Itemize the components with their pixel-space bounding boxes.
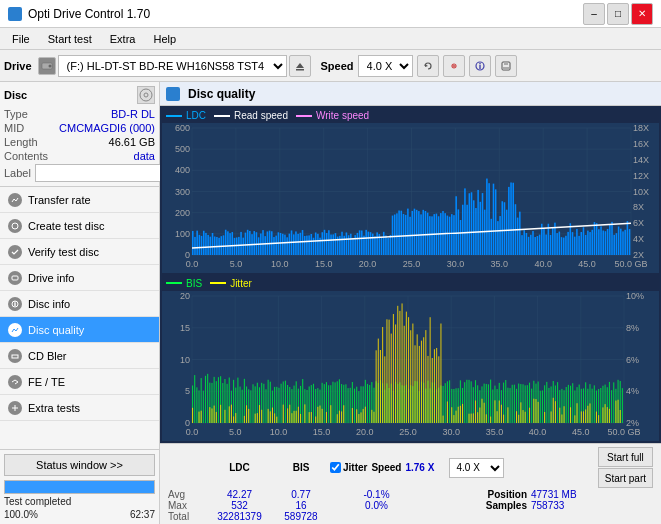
svg-rect-8: [479, 65, 480, 69]
app-title: Opti Drive Control 1.70: [28, 7, 150, 21]
refresh-button[interactable]: [417, 55, 439, 77]
jitter-checkbox[interactable]: [330, 462, 341, 473]
jitter-checkbox-row: Jitter: [330, 462, 367, 473]
svg-point-13: [140, 89, 152, 101]
menu-help[interactable]: Help: [145, 31, 184, 47]
disc-icon: [137, 86, 155, 104]
avg-jitter: -0.1%: [344, 489, 409, 500]
length-value: 46.61 GB: [109, 136, 155, 148]
stats-speed-header: Speed: [371, 462, 401, 473]
svg-point-14: [144, 93, 148, 97]
menu-extra[interactable]: Extra: [102, 31, 144, 47]
total-ldc: 32281379: [207, 511, 272, 522]
minimize-button[interactable]: –: [583, 3, 605, 25]
close-button[interactable]: ✕: [631, 3, 653, 25]
nav-disc-info-label: Disc info: [28, 298, 70, 310]
eject-button[interactable]: [289, 55, 311, 77]
stats-speed-dropdown[interactable]: 4.0 X: [449, 458, 504, 478]
maximize-button[interactable]: □: [607, 3, 629, 25]
svg-point-6: [453, 65, 455, 67]
nav-verify-test-disc-label: Verify test disc: [28, 246, 99, 258]
max-position-val: 47731 MB: [531, 489, 577, 500]
total-label: Total: [168, 511, 203, 522]
label-label: Label: [4, 167, 31, 179]
drive-icon: [38, 57, 56, 75]
nav-fe-te-label: FE / TE: [28, 376, 65, 388]
app-icon: [8, 7, 22, 21]
max-ldc: 532: [207, 500, 272, 511]
svg-marker-4: [425, 64, 428, 67]
menu-bar: File Start test Extra Help: [0, 28, 661, 50]
disc-info-icon: [8, 297, 22, 311]
samples-label: Samples: [467, 500, 527, 511]
stats-speed-value: 1.76 X: [405, 462, 445, 473]
title-bar: Opti Drive Control 1.70 – □ ✕: [0, 0, 661, 28]
max-jitter: 0.0%: [344, 500, 409, 511]
nav-drive-info[interactable]: Drive info: [0, 265, 159, 291]
type-value: BD-R DL: [111, 108, 155, 120]
nav-extra-tests-label: Extra tests: [28, 402, 80, 414]
svg-point-1: [48, 64, 51, 67]
legend-read-speed: Read speed: [214, 110, 288, 121]
svg-rect-20: [12, 355, 18, 358]
charts-area: LDC Read speed Write speed: [160, 106, 661, 443]
length-label: Length: [4, 136, 38, 148]
top-chart-wrapper: LDC Read speed Write speed: [162, 108, 659, 274]
stats-jitter-header: Jitter: [343, 462, 367, 473]
progress-time: 62:37: [130, 509, 155, 520]
progress-percentage: 100.0%: [4, 509, 38, 520]
start-part-button[interactable]: Start part: [598, 468, 653, 488]
legend-jitter-label: Jitter: [230, 278, 252, 289]
settings-button[interactable]: [443, 55, 465, 77]
disc-panel-title: Disc: [4, 89, 27, 101]
progress-bar-fill: [5, 481, 154, 493]
legend-ldc-label: LDC: [186, 110, 206, 121]
nav-cd-bler[interactable]: CD Bler: [0, 343, 159, 369]
disc-quality-icon: [8, 323, 22, 337]
fe-te-icon: [8, 375, 22, 389]
avg-bis: 0.77: [276, 489, 326, 500]
legend-ldc: LDC: [166, 110, 206, 121]
disc-panel: Disc Type BD-R DL MID CMCMAGDI6 (000) Le…: [0, 82, 159, 187]
nav-create-test-disc[interactable]: Create test disc: [0, 213, 159, 239]
stats-ldc-header: LDC: [207, 462, 272, 473]
svg-rect-11: [504, 62, 508, 65]
nav-disc-quality[interactable]: Disc quality: [0, 317, 159, 343]
nav-verify-test-disc[interactable]: Verify test disc: [0, 239, 159, 265]
verify-test-disc-icon: [8, 245, 22, 259]
type-label: Type: [4, 108, 28, 120]
create-test-disc-icon: [8, 219, 22, 233]
max-bis: 16: [276, 500, 326, 511]
avg-ldc: 42.27: [207, 489, 272, 500]
legend-write-speed-label: Write speed: [316, 110, 369, 121]
top-chart-canvas: [162, 123, 659, 273]
nav-transfer-rate[interactable]: Transfer rate: [0, 187, 159, 213]
status-bar: Status window >> Test completed 100.0% 6…: [0, 449, 159, 524]
nav-disc-info[interactable]: Disc info: [0, 291, 159, 317]
total-samples-val: 758733: [531, 500, 564, 511]
menu-file[interactable]: File: [4, 31, 38, 47]
chart-header: Disc quality: [160, 82, 661, 106]
sidebar: Disc Type BD-R DL MID CMCMAGDI6 (000) Le…: [0, 82, 160, 524]
svg-marker-2: [296, 63, 304, 68]
svg-rect-3: [296, 69, 304, 71]
nav-disc-quality-label: Disc quality: [28, 324, 84, 336]
nav-fe-te[interactable]: FE / TE: [0, 369, 159, 395]
nav-extra-tests[interactable]: Extra tests: [0, 395, 159, 421]
nav-cd-bler-label: CD Bler: [28, 350, 67, 362]
save-button[interactable]: [495, 55, 517, 77]
nav-create-test-disc-label: Create test disc: [28, 220, 104, 232]
svg-rect-16: [12, 276, 18, 280]
speed-select[interactable]: 4.0 X: [358, 55, 413, 77]
svg-rect-9: [479, 63, 480, 64]
position-label: Position: [467, 489, 527, 500]
start-full-button[interactable]: Start full: [598, 447, 653, 467]
info-button[interactable]: [469, 55, 491, 77]
legend-bis: BIS: [166, 278, 202, 289]
right-panel: Disc quality LDC Read speed: [160, 82, 661, 524]
menu-start-test[interactable]: Start test: [40, 31, 100, 47]
drive-select[interactable]: (F:) HL-DT-ST BD-RE WH16NS58 TST4: [58, 55, 287, 77]
legend-jitter: Jitter: [210, 278, 252, 289]
label-input[interactable]: [35, 164, 168, 182]
status-window-button[interactable]: Status window >>: [4, 454, 155, 476]
